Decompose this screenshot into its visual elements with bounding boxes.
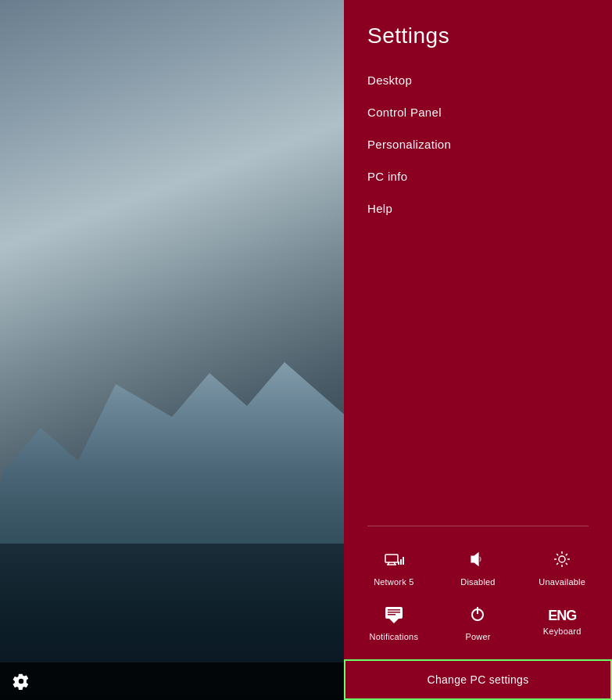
svg-point-8 [559,556,565,562]
menu-item-help[interactable]: Help [344,192,612,224]
svg-line-14 [566,563,567,565]
svg-line-15 [566,554,567,555]
menu-item-personalization[interactable]: Personalization [344,128,612,160]
svg-marker-7 [471,553,478,565]
menu-item-pc-info[interactable]: PC info [344,160,612,192]
power-icon [467,603,489,628]
taskbar-settings-button[interactable] [4,664,38,698]
menu-item-control-panel[interactable]: Control Panel [344,96,612,128]
sound-label: Disabled [460,577,495,587]
status-area: Network 5 Disabled [344,534,612,655]
svg-rect-20 [388,614,395,616]
power-label: Power [465,632,490,641]
svg-line-16 [557,563,558,565]
taskbar [0,662,344,700]
change-pc-settings-button[interactable]: Change PC settings [344,659,612,700]
notifications-label: Notifications [370,632,419,641]
brightness-label: Unavailable [539,577,585,587]
menu-item-desktop[interactable]: Desktop [344,64,612,96]
svg-line-13 [557,554,558,555]
settings-panel: Settings Desktop Control Panel Personali… [344,0,612,700]
sound-status-button[interactable]: Disabled [442,542,513,593]
keyboard-status-button[interactable]: ENG Keyboard [527,602,597,642]
network-status-button[interactable]: Network 5 [359,542,429,593]
keyboard-label: Keyboard [543,626,582,636]
settings-title: Settings [344,0,612,64]
brightness-icon [551,548,573,573]
keyboard-icon: ENG [548,608,576,623]
notifications-icon [383,603,405,628]
svg-rect-19 [388,612,400,613]
settings-menu: Desktop Control Panel Personalization PC… [344,64,612,518]
svg-rect-0 [385,555,398,562]
svg-marker-21 [389,619,399,623]
svg-rect-6 [403,557,404,565]
network-icon [383,548,405,573]
svg-rect-5 [400,559,402,565]
network-label: Network 5 [374,577,413,587]
power-status-button[interactable]: Power [442,597,513,648]
divider [367,526,589,526]
status-row-1: Network 5 Disabled [352,542,604,593]
brightness-status-button[interactable]: Unavailable [527,542,597,593]
status-row-2: Notifications Power ENG Keyboard [352,597,604,648]
wallpaper-background [0,0,344,700]
sound-icon [467,548,489,573]
notifications-status-button[interactable]: Notifications [359,597,429,648]
gear-icon [13,673,30,690]
svg-rect-18 [388,609,400,611]
svg-rect-4 [398,562,399,565]
